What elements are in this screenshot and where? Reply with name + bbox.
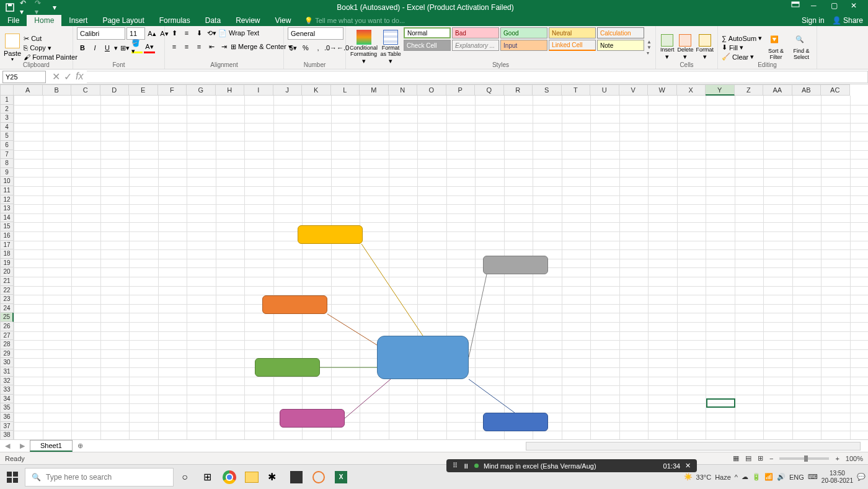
shape-green[interactable] <box>255 358 320 377</box>
col-header[interactable]: AC <box>821 84 850 96</box>
tab-review[interactable]: Review <box>228 15 267 26</box>
zoom-out-icon[interactable]: − <box>769 455 773 462</box>
weather-icon[interactable]: ☀️ <box>684 473 693 481</box>
row-header[interactable]: 22 <box>0 286 14 295</box>
align-middle-icon[interactable]: ≡ <box>181 27 192 38</box>
page-break-view-icon[interactable]: ⊞ <box>758 454 763 462</box>
undo-icon[interactable]: ↶ ▾ <box>20 2 30 12</box>
shape-blue[interactable] <box>483 413 548 431</box>
row-header[interactable]: 3 <box>0 114 14 123</box>
row-header[interactable]: 12 <box>0 195 14 205</box>
row-header[interactable]: 19 <box>0 259 14 268</box>
row-header[interactable]: 11 <box>0 186 14 195</box>
bold-button[interactable]: B <box>77 42 88 53</box>
shape-orange[interactable] <box>262 295 327 314</box>
tab-home[interactable]: Home <box>27 15 61 26</box>
row-header[interactable]: 32 <box>0 377 14 386</box>
col-header[interactable]: F <box>158 84 187 96</box>
row-header[interactable]: 38 <box>0 431 14 439</box>
battery-icon[interactable]: 🔋 <box>752 473 761 481</box>
tab-file[interactable]: File <box>0 15 27 26</box>
share-button[interactable]: 👤 Share <box>832 16 863 25</box>
enter-formula-icon[interactable]: ✓ <box>64 71 72 83</box>
zoom-slider[interactable] <box>779 457 829 460</box>
col-header[interactable]: G <box>187 84 216 96</box>
horizontal-scrollbar[interactable] <box>526 442 861 451</box>
font-color-icon[interactable]: A▾ <box>144 42 155 53</box>
maximize-icon[interactable]: ▢ <box>831 1 843 14</box>
row-header[interactable]: 2 <box>0 105 14 114</box>
format-painter-button[interactable]: 🖌 Format Painter <box>24 53 78 61</box>
row-header[interactable]: 9 <box>0 168 14 177</box>
pause-icon[interactable]: ⏸ <box>463 462 469 470</box>
row-header[interactable]: 16 <box>0 231 14 241</box>
row-header[interactable]: 26 <box>0 322 14 331</box>
style-more-icon[interactable]: ▾ <box>647 50 652 56</box>
col-header[interactable]: L <box>331 84 360 96</box>
col-header[interactable]: R <box>504 84 533 96</box>
app-icon-1[interactable] <box>285 465 308 490</box>
shape-yellow[interactable] <box>298 225 363 244</box>
style-explanatory[interactable]: Explanatory ... <box>452 40 499 51</box>
volume-icon[interactable]: 🔊 <box>777 473 786 481</box>
clear-button[interactable]: 🧹 Clear ▾ <box>722 53 762 61</box>
clock[interactable]: 13:50 20-08-2021 <box>822 470 853 485</box>
fill-color-icon[interactable]: 🪣▾ <box>131 42 143 53</box>
slack-icon[interactable]: ✱ <box>263 465 285 490</box>
number-format-select[interactable] <box>288 27 343 40</box>
fill-button[interactable]: ⬇ Fill ▾ <box>722 43 762 52</box>
style-input[interactable]: Input <box>500 40 547 51</box>
font-name-select[interactable] <box>77 27 125 40</box>
wifi-icon[interactable]: 📶 <box>764 473 773 481</box>
row-header[interactable]: 37 <box>0 422 14 431</box>
col-header[interactable]: Z <box>735 84 764 96</box>
shape-center[interactable] <box>377 336 469 379</box>
col-header[interactable]: AA <box>763 84 792 96</box>
notification-close-icon[interactable]: ✕ <box>685 462 691 470</box>
col-header[interactable]: Q <box>475 84 504 96</box>
border-icon[interactable]: ⊞▾ <box>119 42 130 53</box>
tab-formulas[interactable]: Formulas <box>152 15 198 26</box>
tab-view[interactable]: View <box>268 15 299 26</box>
tab-insert[interactable]: Insert <box>61 15 95 26</box>
row-header[interactable]: 6 <box>0 141 14 150</box>
col-header[interactable]: T <box>562 84 591 96</box>
name-box[interactable] <box>2 71 46 83</box>
style-check-cell[interactable]: Check Cell <box>404 40 451 51</box>
row-header[interactable]: 18 <box>0 249 14 259</box>
normal-view-icon[interactable]: ▦ <box>733 454 739 462</box>
row-header[interactable]: 27 <box>0 331 14 341</box>
tell-me-search[interactable]: 💡 Tell me what you want to do... <box>298 17 405 25</box>
align-top-icon[interactable]: ⬆ <box>169 27 180 38</box>
col-header[interactable]: D <box>100 84 130 96</box>
style-bad[interactable]: Bad <box>452 27 499 38</box>
merge-center-button[interactable]: ⊞ Merge & Center ▾ <box>231 43 292 51</box>
col-header[interactable]: N <box>389 84 418 96</box>
col-header[interactable]: U <box>590 84 619 96</box>
cortana-icon[interactable]: ○ <box>174 465 196 490</box>
row-header[interactable]: 21 <box>0 277 14 286</box>
row-header[interactable]: 34 <box>0 395 14 404</box>
wrap-text-button[interactable]: 📄 Wrap Text <box>218 29 259 37</box>
row-header[interactable]: 1 <box>0 96 14 105</box>
formula-input[interactable] <box>87 71 868 83</box>
style-calculation[interactable]: Calculation <box>597 27 644 38</box>
tab-pagelayout[interactable]: Page Layout <box>95 15 151 26</box>
row-header[interactable]: 14 <box>0 213 14 223</box>
align-center-icon[interactable]: ≡ <box>181 41 192 52</box>
row-header[interactable]: 36 <box>0 413 14 422</box>
grip-icon[interactable]: ⠿ <box>453 462 458 470</box>
row-header[interactable]: 31 <box>0 367 14 377</box>
col-header[interactable]: C <box>71 84 100 96</box>
cut-button[interactable]: ✂ Cut <box>24 35 78 43</box>
style-normal[interactable]: Normal <box>404 27 451 38</box>
col-header[interactable]: X <box>677 84 706 96</box>
explorer-icon[interactable] <box>241 465 263 490</box>
row-header[interactable]: 13 <box>0 204 14 213</box>
sheet-nav-prev-icon[interactable]: ◀ <box>0 442 15 450</box>
row-header[interactable]: 7 <box>0 150 14 159</box>
col-header[interactable]: V <box>619 84 649 96</box>
comma-icon[interactable]: , <box>312 42 324 53</box>
row-header[interactable]: 23 <box>0 295 14 304</box>
page-layout-view-icon[interactable]: ▤ <box>745 454 751 462</box>
